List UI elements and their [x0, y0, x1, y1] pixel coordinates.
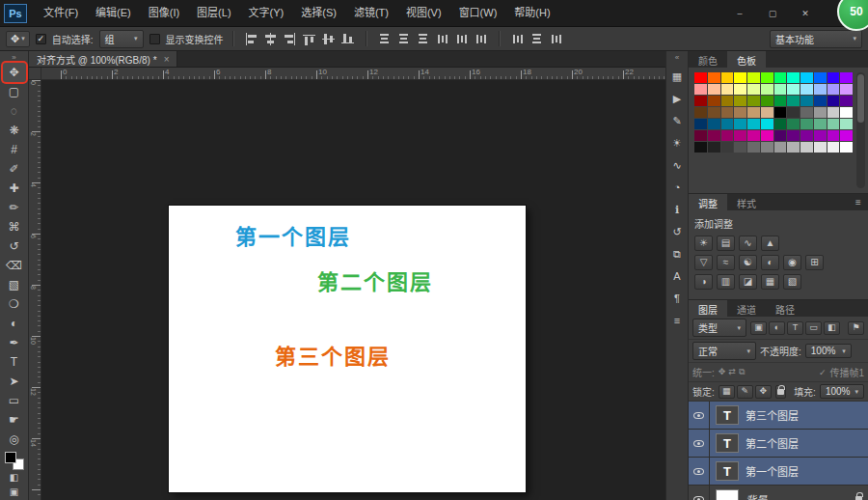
color-swatch[interactable]	[734, 130, 746, 141]
layer-row[interactable]: T 第一个图层	[689, 458, 868, 486]
color-swatch[interactable]	[827, 119, 840, 129]
color-swatch[interactable]	[761, 84, 773, 95]
pen-tool[interactable]: ✒	[3, 333, 26, 352]
color-swatch[interactable]	[721, 142, 734, 153]
panel-tab[interactable]: 调整	[689, 194, 727, 210]
foreground-background-colors[interactable]	[5, 452, 24, 470]
color-swatch[interactable]	[694, 142, 707, 153]
adjustments-panel-icon[interactable]: ☀	[668, 135, 686, 152]
color-swatch[interactable]	[840, 107, 853, 118]
adjustment-icon[interactable]: ◪	[739, 274, 757, 290]
color-swatch[interactable]	[774, 84, 787, 95]
lock-option-icon[interactable]: ✎	[737, 385, 753, 399]
unify-icon[interactable]: ⇄	[728, 367, 736, 377]
distribute-right-edges-button[interactable]	[472, 31, 490, 47]
toolbar-collapse-icon[interactable]: »	[12, 52, 15, 63]
color-swatch[interactable]	[721, 72, 734, 83]
color-swatch[interactable]	[734, 119, 746, 129]
color-swatch[interactable]	[800, 107, 813, 118]
color-swatch[interactable]	[734, 72, 746, 83]
auto-select-target-dropdown[interactable]: 组 ▾	[99, 30, 144, 48]
layer-visibility-toggle[interactable]	[689, 486, 710, 500]
swatches-panel-icon[interactable]: ▦	[668, 69, 686, 85]
color-swatch[interactable]	[721, 84, 734, 95]
color-swatch[interactable]	[761, 107, 773, 118]
adjustment-icon[interactable]: ◐	[761, 255, 779, 270]
panel-tab[interactable]: 路径	[766, 300, 804, 317]
color-swatch[interactable]	[694, 96, 707, 106]
color-swatch[interactable]	[774, 107, 787, 118]
zoom-tool[interactable]: ◎	[3, 430, 26, 449]
lock-option-icon[interactable]: ✥	[755, 385, 772, 399]
menu-file[interactable]: 文件(F)	[35, 0, 87, 26]
color-swatch[interactable]	[747, 130, 760, 141]
filter-type-icon[interactable]: ◧	[824, 321, 840, 335]
opacity-dropdown[interactable]: 100% ▾	[805, 344, 852, 358]
color-swatch[interactable]	[840, 119, 853, 129]
filter-type-icon[interactable]: ▣	[750, 321, 767, 335]
adjustment-icon[interactable]: ▤	[717, 236, 735, 251]
adjustment-icon[interactable]: ◑	[694, 274, 713, 290]
align-left-edges-button[interactable]	[242, 31, 260, 47]
menu-edit[interactable]: 编辑(E)	[87, 0, 140, 26]
type-tool[interactable]: T	[3, 352, 26, 372]
marquee-tool[interactable]: ▢	[3, 82, 26, 101]
info-panel-icon[interactable]: ℹ	[668, 202, 686, 218]
color-swatch[interactable]	[734, 96, 746, 106]
workspace-switcher-dropdown[interactable]: 基本功能 ▾	[770, 30, 862, 48]
color-swatch[interactable]	[787, 84, 800, 95]
adjustment-icon[interactable]: ≈	[717, 255, 735, 270]
color-swatch[interactable]	[800, 142, 813, 153]
color-swatch[interactable]	[827, 96, 840, 106]
color-swatch[interactable]	[747, 96, 760, 106]
layer-visibility-toggle[interactable]	[689, 458, 710, 485]
adjustment-icon[interactable]: ▧	[783, 274, 801, 290]
restore-button[interactable]: ▢	[764, 9, 781, 18]
align-vertical-centers-button[interactable]	[319, 31, 338, 47]
menu-view[interactable]: 视图(V)	[397, 0, 450, 26]
timeline-panel-icon[interactable]: ≡	[668, 313, 686, 329]
color-swatch[interactable]	[787, 107, 800, 118]
paragraph-panel-icon[interactable]: ¶	[668, 291, 686, 307]
color-swatch[interactable]	[840, 142, 853, 153]
color-swatch[interactable]	[774, 72, 787, 83]
layer-visibility-toggle[interactable]	[689, 430, 710, 457]
distribute-horizontal-centers-button[interactable]	[452, 31, 471, 47]
character-panel-icon[interactable]: A	[668, 268, 686, 285]
color-swatch[interactable]	[827, 130, 840, 141]
hand-tool[interactable]: ☛	[3, 410, 26, 430]
adjustment-icon[interactable]: ◉	[783, 255, 801, 270]
color-swatch[interactable]	[734, 107, 746, 118]
color-swatch[interactable]	[761, 142, 773, 153]
filter-toggle-icon[interactable]: ⚑	[848, 321, 864, 335]
color-swatch[interactable]	[840, 84, 853, 95]
color-swatch[interactable]	[800, 84, 813, 95]
color-swatch[interactable]	[761, 119, 773, 129]
navigator-panel-icon[interactable]: ◔	[668, 180, 686, 196]
layer-thumbnail[interactable]: T	[716, 461, 739, 481]
propagate-check-icon[interactable]: ✓	[819, 368, 827, 377]
expand-panels-icon[interactable]: «	[675, 53, 679, 63]
quick-mask-button[interactable]: ◧	[3, 470, 26, 485]
menu-select[interactable]: 选择(S)	[292, 0, 345, 26]
color-swatch[interactable]	[814, 107, 827, 118]
menu-layer[interactable]: 图层(L)	[188, 0, 239, 26]
color-swatch[interactable]	[747, 84, 760, 95]
color-swatch[interactable]	[814, 72, 827, 83]
eyedropper-tool[interactable]: ✐	[3, 159, 26, 179]
adjustment-icon[interactable]: ☯	[739, 255, 757, 270]
color-swatch[interactable]	[787, 72, 800, 83]
color-swatch[interactable]	[747, 142, 760, 153]
adjustment-icon[interactable]: ∿	[739, 236, 757, 251]
layer-row[interactable]: T 第三个图层	[689, 402, 868, 430]
color-swatch[interactable]	[708, 84, 720, 95]
color-swatch[interactable]	[774, 142, 787, 153]
filter-type-icon[interactable]: ◐	[769, 321, 785, 335]
histogram-panel-icon[interactable]: ∿	[668, 157, 686, 174]
color-swatch[interactable]	[721, 107, 734, 118]
color-swatch[interactable]	[708, 119, 720, 129]
menu-type[interactable]: 文字(Y)	[240, 0, 293, 26]
color-swatch[interactable]	[840, 96, 853, 106]
dodge-tool[interactable]: ◐	[3, 314, 26, 333]
layer-thumbnail[interactable]	[716, 489, 739, 500]
